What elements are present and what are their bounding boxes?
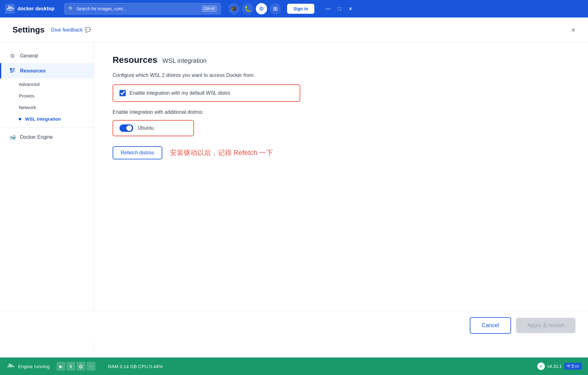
extensions-button[interactable]: 🐛 xyxy=(242,3,253,14)
resource-info: RAM 3.14 GB CPU 0.44% xyxy=(108,364,163,369)
additional-distros-label: Enable integration with additional distr… xyxy=(113,109,569,115)
network-label: Network xyxy=(19,105,36,110)
default-wsl-distro-container: Enable integration with my default WSL d… xyxy=(113,84,300,102)
action-bar: Cancel Apply & restart xyxy=(0,311,588,340)
sidebar: ⚙ General Resources xyxy=(0,42,94,351)
search-shortcut-badge: Ctrl+K xyxy=(202,6,217,12)
svg-rect-3 xyxy=(13,68,15,69)
power-button[interactable]: ⏻ xyxy=(77,362,85,371)
sidebar-item-proxies[interactable]: Proxies xyxy=(0,90,94,102)
status-controls: ▶ ⏸ ⏻ ⋯ xyxy=(57,362,95,371)
cancel-button[interactable]: Cancel xyxy=(470,317,511,334)
statusbar: Engine running ▶ ⏸ ⏻ ⋯ RAM 3.14 GB CPU 0… xyxy=(0,358,588,375)
sidebar-item-resources-label: Resources xyxy=(20,68,46,74)
page-heading: Resources WSL integration xyxy=(113,55,569,65)
give-feedback-link[interactable]: Give feedback 💬 xyxy=(51,27,91,33)
window-controls: — □ ✕ xyxy=(323,4,356,14)
svg-rect-2 xyxy=(10,68,12,70)
sidebar-item-advanced[interactable]: Advanced xyxy=(0,78,94,90)
docker-whale-icon xyxy=(5,4,15,14)
ubuntu-toggle-label: Ubuntu xyxy=(138,125,154,131)
engine-whale-icon xyxy=(6,362,15,371)
sidebar-item-general[interactable]: ⚙ General xyxy=(0,49,94,63)
wsl-integration-label: WSL integration xyxy=(25,116,61,122)
settings-button[interactable]: ⚙ xyxy=(256,3,267,14)
main-window: Settings Give feedback 💬 × ⚙ General xyxy=(0,18,588,358)
sidebar-divider xyxy=(0,127,94,128)
version-label: v4.31.1 xyxy=(547,364,562,369)
engine-status: Engine running ▶ ⏸ ⏻ ⋯ xyxy=(6,362,95,371)
page-heading-title: Resources xyxy=(113,55,157,65)
more-button[interactable]: ⋯ xyxy=(87,362,95,371)
svg-rect-4 xyxy=(13,69,14,70)
version-check-icon: ✓ xyxy=(537,362,545,370)
sidebar-item-docker-engine[interactable]: 🐋 Docker Engine xyxy=(0,130,94,144)
app-logo: docker desktop xyxy=(5,4,54,14)
sidebar-item-resources[interactable]: Resources xyxy=(0,63,94,78)
docker-engine-icon: 🐋 xyxy=(9,134,16,141)
active-dot-icon xyxy=(19,118,21,120)
page-heading-subtitle: WSL integration xyxy=(162,57,207,64)
pause-button[interactable]: ⏸ xyxy=(67,362,75,371)
signin-button[interactable]: Sign in xyxy=(287,4,314,14)
version-info: ✓ v4.31.1 中文cn xyxy=(537,362,582,370)
sidebar-item-general-label: General xyxy=(20,53,38,59)
settings-header: Settings Give feedback 💬 × xyxy=(0,18,588,42)
proxies-label: Proxies xyxy=(19,93,34,98)
content-area: ⚙ General Resources xyxy=(0,42,588,351)
titlebar-icons: 🎓 🐛 ⚙ ⊞ xyxy=(228,3,281,14)
ubuntu-toggle-switch[interactable] xyxy=(119,124,133,132)
play-button[interactable]: ▶ xyxy=(57,362,65,371)
svg-point-7 xyxy=(13,366,14,367)
titlebar: docker desktop 🔍 Search for images, cont… xyxy=(0,0,588,18)
engine-status-label: Engine running xyxy=(18,364,50,369)
sidebar-sub-items: Advanced Proxies Network WSL integration xyxy=(0,78,94,125)
settings-content: Resources WSL integration Configure whic… xyxy=(94,42,588,351)
sidebar-item-network[interactable]: Network xyxy=(0,102,94,113)
close-window-button[interactable]: ✕ xyxy=(346,4,356,14)
svg-rect-5 xyxy=(10,71,15,71)
close-settings-button[interactable]: × xyxy=(571,26,575,34)
sidebar-item-docker-engine-label: Docker Engine xyxy=(20,134,53,140)
general-icon: ⚙ xyxy=(9,52,16,59)
svg-rect-6 xyxy=(10,72,13,72)
settings-title: Settings xyxy=(13,25,45,35)
maximize-button[interactable]: □ xyxy=(334,4,344,14)
resources-icon xyxy=(9,67,16,75)
search-placeholder-text: Search for images, cont... xyxy=(76,6,126,11)
locale-badge: 中文cn xyxy=(564,363,582,370)
default-wsl-distro-label: Enable integration with my default WSL d… xyxy=(129,90,230,96)
app-name: docker desktop xyxy=(18,6,54,12)
minimize-button[interactable]: — xyxy=(323,4,333,14)
default-wsl-distro-checkbox[interactable] xyxy=(119,90,126,96)
annotation-text: 安装驱动以后，记得 Refetch 一下 xyxy=(170,148,273,158)
give-feedback-label: Give feedback xyxy=(51,27,83,33)
search-bar[interactable]: 🔍 Search for images, cont... Ctrl+K xyxy=(64,3,221,14)
refetch-distros-button[interactable]: Refetch distros xyxy=(113,146,162,159)
ubuntu-toggle-container: Ubuntu xyxy=(113,120,194,136)
feedback-icon: 💬 xyxy=(85,27,91,33)
grid-menu-button[interactable]: ⊞ xyxy=(270,3,281,14)
advanced-label: Advanced xyxy=(19,82,40,87)
apply-restart-button[interactable]: Apply & restart xyxy=(516,318,575,333)
learn-button[interactable]: 🎓 xyxy=(228,3,240,14)
search-icon: 🔍 xyxy=(68,6,74,11)
refetch-row: Refetch distros 安装驱动以后，记得 Refetch 一下 xyxy=(113,146,569,159)
sidebar-item-wsl-integration[interactable]: WSL integration xyxy=(0,113,94,125)
description-text: Configure which WSL 2 distros you want t… xyxy=(113,72,569,78)
svg-point-1 xyxy=(13,8,14,9)
